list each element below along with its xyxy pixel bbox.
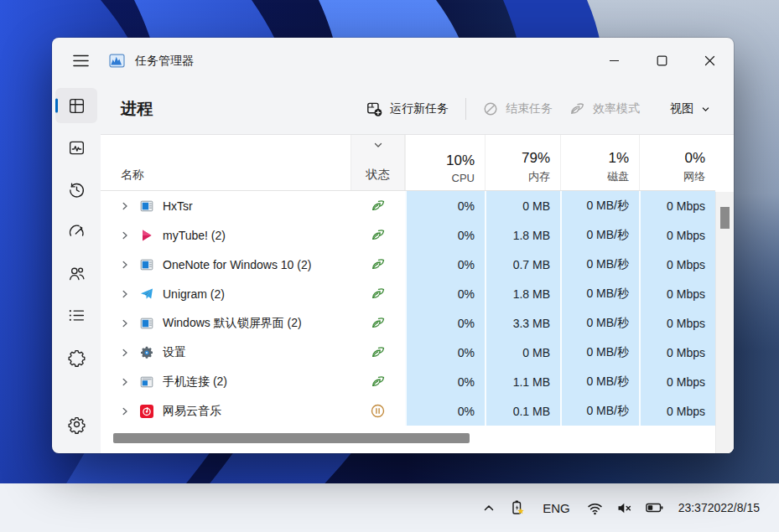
process-table: 名称 状态 10% CPU 79% xyxy=(101,134,734,453)
table-row[interactable]: myTube! (2) 0% 1.8 MB 0 MB/秒 0 Mbps xyxy=(101,220,715,250)
run-new-task-icon xyxy=(366,101,382,117)
network-value: 0 Mbps xyxy=(639,220,715,250)
run-new-task-button[interactable]: 运行新任务 xyxy=(358,96,457,123)
clock[interactable]: 23:37 2022/8/15 xyxy=(670,491,766,524)
run-new-task-label: 运行新任务 xyxy=(390,101,449,116)
network-value: 0 Mbps xyxy=(639,367,715,396)
volume-muted-icon[interactable] xyxy=(610,491,639,524)
expand-chevron-icon[interactable] xyxy=(119,406,131,416)
process-name: OneNote for Windows 10 (2) xyxy=(163,258,311,271)
minimize-button[interactable] xyxy=(590,38,638,84)
services-cog-icon xyxy=(67,348,86,367)
disk-value: 0 MB/秒 xyxy=(560,279,639,308)
expand-chevron-icon[interactable] xyxy=(119,318,131,328)
process-name: HxTsr xyxy=(163,199,193,213)
paper-plane-app-icon xyxy=(140,287,153,301)
chevron-down-icon xyxy=(701,105,710,114)
horizontal-scrollbar[interactable] xyxy=(101,426,715,453)
sidebar-item-services[interactable] xyxy=(55,339,97,374)
memory-value: 0.7 MB xyxy=(485,250,560,279)
table-row[interactable]: OneNote for Windows 10 (2) 0% 0.7 MB 0 M… xyxy=(101,250,715,279)
efficiency-leaf-icon xyxy=(371,257,386,271)
cpu-value: 0% xyxy=(405,250,485,279)
sidebar-item-performance[interactable] xyxy=(55,130,97,165)
history-clock-icon xyxy=(67,180,86,199)
column-header-memory[interactable]: 79% 内存 xyxy=(485,135,560,190)
expand-chevron-icon[interactable] xyxy=(119,348,131,358)
toolbar-divider xyxy=(465,98,466,120)
disk-value: 0 MB/秒 xyxy=(560,308,639,338)
table-row[interactable]: 设置 0% 0 MB 0 MB/秒 0 Mbps xyxy=(101,338,715,367)
view-dropdown-button[interactable]: 视图 xyxy=(662,96,719,122)
cpu-value: 0% xyxy=(405,396,485,426)
language-indicator[interactable]: ENG xyxy=(532,491,580,524)
details-list-icon xyxy=(67,306,86,325)
memory-value: 1.8 MB xyxy=(485,220,560,250)
chevron-up-icon[interactable] xyxy=(475,491,502,524)
memory-value: 1.8 MB xyxy=(485,279,560,308)
phone-link-app-icon xyxy=(140,375,153,389)
network-value: 0 Mbps xyxy=(639,396,715,426)
table-row[interactable]: 手机连接 (2) 0% 1.1 MB 0 MB/秒 0 Mbps xyxy=(101,367,715,396)
table-row[interactable]: Windows 默认锁屏界面 (2) 0% 3.3 MB 0 MB/秒 0 Mb… xyxy=(101,308,715,338)
sidebar-item-app-history[interactable] xyxy=(55,172,97,207)
table-row[interactable]: Unigram (2) 0% 1.8 MB 0 MB/秒 0 Mbps xyxy=(101,279,715,308)
horizontal-scrollbar-thumb[interactable] xyxy=(113,433,470,443)
network-value: 0 Mbps xyxy=(639,338,715,367)
cpu-value: 0% xyxy=(405,308,485,338)
end-task-button[interactable]: 结束任务 xyxy=(475,96,561,122)
battery-icon[interactable] xyxy=(639,491,670,524)
sidebar-item-processes[interactable] xyxy=(55,88,97,123)
efficiency-mode-button[interactable]: 效率模式 xyxy=(561,96,648,122)
vertical-scrollbar-thumb[interactable] xyxy=(720,207,730,229)
window-app-icon xyxy=(140,258,153,271)
maximize-button[interactable] xyxy=(638,38,686,84)
expand-chevron-icon[interactable] xyxy=(119,377,131,387)
table-row[interactable]: 网易云音乐 0% 0.1 MB 0 MB/秒 0 Mbps xyxy=(101,396,715,426)
column-header-cpu[interactable]: 10% CPU xyxy=(405,135,485,190)
close-button[interactable] xyxy=(686,38,734,84)
column-header-name[interactable]: 名称 xyxy=(101,135,351,190)
disk-value: 0 MB/秒 xyxy=(560,367,639,396)
vertical-scrollbar[interactable] xyxy=(715,135,734,453)
end-task-icon xyxy=(483,101,498,116)
process-rows: HxTsr 0% 0 MB 0 MB/秒 0 Mbps myTube! (2) … xyxy=(101,191,715,426)
disk-label: 磁盘 xyxy=(607,169,629,184)
play-app-icon xyxy=(140,229,153,242)
memory-total: 79% xyxy=(522,150,550,167)
sidebar-nav xyxy=(52,84,101,453)
disk-value: 0 MB/秒 xyxy=(560,396,639,426)
page-title: 进程 xyxy=(121,98,153,120)
sidebar-item-users[interactable] xyxy=(55,256,97,291)
network-value: 0 Mbps xyxy=(639,308,715,338)
expand-chevron-icon[interactable] xyxy=(119,201,131,211)
sidebar-item-details[interactable] xyxy=(55,297,97,333)
efficiency-leaf-icon xyxy=(371,287,386,301)
hamburger-menu-button[interactable] xyxy=(64,46,97,76)
column-header-disk[interactable]: 1% 磁盘 xyxy=(560,135,639,190)
wifi-icon[interactable] xyxy=(580,491,610,524)
cpu-value: 0% xyxy=(405,367,485,396)
expand-chevron-icon[interactable] xyxy=(119,230,131,240)
gauge-icon xyxy=(67,222,86,241)
memory-value: 0 MB xyxy=(485,191,560,220)
table-row[interactable]: HxTsr 0% 0 MB 0 MB/秒 0 Mbps xyxy=(101,191,715,220)
task-manager-window: 任务管理器 xyxy=(52,38,734,453)
memory-value: 0.1 MB xyxy=(485,396,560,426)
expand-chevron-icon[interactable] xyxy=(119,289,131,299)
end-task-label: 结束任务 xyxy=(506,101,553,116)
column-header-status[interactable]: 状态 xyxy=(351,135,405,190)
sidebar-item-settings[interactable] xyxy=(55,406,97,442)
task-manager-icon xyxy=(109,53,125,69)
disk-value: 0 MB/秒 xyxy=(560,220,639,250)
efficiency-leaf-icon xyxy=(371,316,386,330)
cpu-total: 10% xyxy=(446,152,475,169)
column-header-network[interactable]: 0% 网络 xyxy=(639,135,715,190)
battery-star-icon[interactable] xyxy=(502,491,532,524)
expand-chevron-icon[interactable] xyxy=(119,260,131,270)
sidebar-item-startup-apps[interactable] xyxy=(55,214,97,249)
process-name: Unigram (2) xyxy=(163,287,225,301)
cpu-value: 0% xyxy=(405,191,485,220)
music-app-icon xyxy=(140,405,153,418)
disk-value: 0 MB/秒 xyxy=(560,338,639,367)
